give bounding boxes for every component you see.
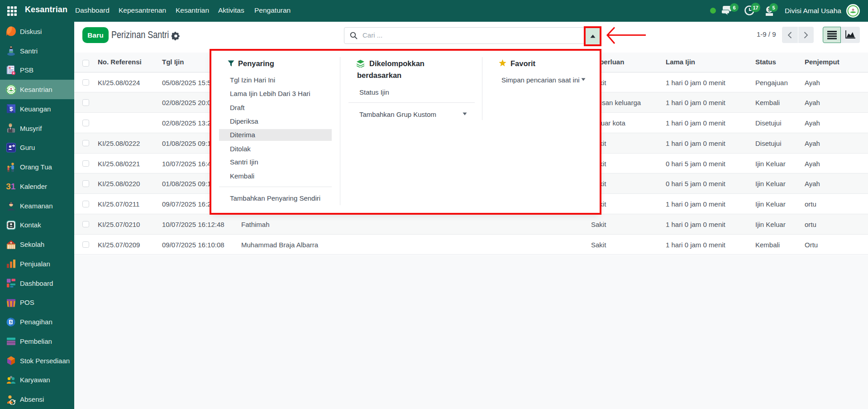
svg-text:3: 3: [6, 182, 11, 191]
svg-text:$: $: [10, 320, 12, 324]
svg-text:1: 1: [11, 182, 16, 191]
svg-text:$: $: [10, 106, 13, 112]
